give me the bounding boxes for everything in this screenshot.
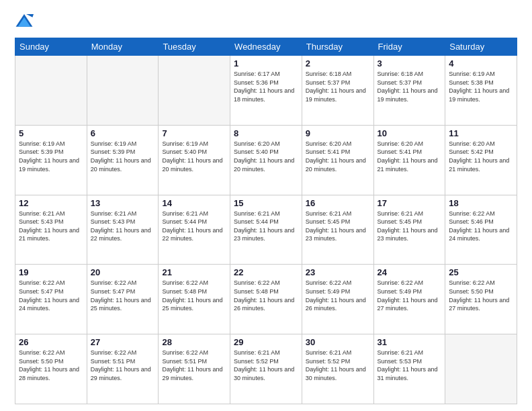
- week-row-5: 26Sunrise: 6:22 AM Sunset: 5:50 PM Dayli…: [15, 334, 517, 404]
- day-info: Sunrise: 6:19 AM Sunset: 5:39 PM Dayligh…: [91, 140, 155, 173]
- weekday-header-monday: Monday: [87, 38, 159, 56]
- calendar-cell: 3Sunrise: 6:18 AM Sunset: 5:37 PM Daylig…: [373, 56, 445, 126]
- calendar-cell: 1Sunrise: 6:17 AM Sunset: 5:36 PM Daylig…: [230, 56, 302, 126]
- calendar-cell: 14Sunrise: 6:21 AM Sunset: 5:44 PM Dayli…: [159, 195, 230, 265]
- calendar-cell: [159, 56, 230, 126]
- day-number: 21: [162, 267, 226, 277]
- day-number: 18: [449, 198, 513, 208]
- calendar-cell: 6Sunrise: 6:19 AM Sunset: 5:39 PM Daylig…: [87, 125, 159, 195]
- day-info: Sunrise: 6:20 AM Sunset: 5:42 PM Dayligh…: [449, 140, 513, 173]
- day-info: Sunrise: 6:21 AM Sunset: 5:52 PM Dayligh…: [234, 349, 298, 382]
- day-info: Sunrise: 6:18 AM Sunset: 5:37 PM Dayligh…: [306, 70, 370, 103]
- weekday-header-tuesday: Tuesday: [159, 38, 230, 56]
- calendar-cell: 21Sunrise: 6:22 AM Sunset: 5:48 PM Dayli…: [159, 265, 230, 334]
- week-row-2: 5Sunrise: 6:19 AM Sunset: 5:39 PM Daylig…: [15, 125, 517, 195]
- calendar: SundayMondayTuesdayWednesdayThursdayFrid…: [15, 38, 517, 404]
- day-info: Sunrise: 6:22 AM Sunset: 5:51 PM Dayligh…: [162, 349, 226, 382]
- day-info: Sunrise: 6:22 AM Sunset: 5:50 PM Dayligh…: [449, 279, 513, 312]
- day-number: 31: [378, 337, 442, 347]
- day-info: Sunrise: 6:19 AM Sunset: 5:40 PM Dayligh…: [162, 140, 226, 173]
- day-info: Sunrise: 6:21 AM Sunset: 5:53 PM Dayligh…: [378, 349, 442, 382]
- calendar-cell: 30Sunrise: 6:21 AM Sunset: 5:52 PM Dayli…: [302, 334, 373, 404]
- day-number: 10: [378, 128, 442, 138]
- calendar-cell: 24Sunrise: 6:22 AM Sunset: 5:49 PM Dayli…: [373, 265, 445, 334]
- calendar-cell: 4Sunrise: 6:19 AM Sunset: 5:38 PM Daylig…: [445, 56, 517, 126]
- calendar-cell: 17Sunrise: 6:21 AM Sunset: 5:45 PM Dayli…: [373, 195, 445, 265]
- weekday-header-friday: Friday: [373, 38, 445, 56]
- day-number: 9: [306, 128, 370, 138]
- weekday-header-wednesday: Wednesday: [230, 38, 302, 56]
- calendar-cell: 18Sunrise: 6:22 AM Sunset: 5:46 PM Dayli…: [445, 195, 517, 265]
- calendar-cell: 29Sunrise: 6:21 AM Sunset: 5:52 PM Dayli…: [230, 334, 302, 404]
- day-info: Sunrise: 6:20 AM Sunset: 5:41 PM Dayligh…: [306, 140, 370, 173]
- day-number: 13: [91, 198, 155, 208]
- calendar-cell: 2Sunrise: 6:18 AM Sunset: 5:37 PM Daylig…: [302, 56, 373, 126]
- week-row-3: 12Sunrise: 6:21 AM Sunset: 5:43 PM Dayli…: [15, 195, 517, 265]
- calendar-cell: 13Sunrise: 6:21 AM Sunset: 5:43 PM Dayli…: [87, 195, 159, 265]
- day-info: Sunrise: 6:21 AM Sunset: 5:45 PM Dayligh…: [306, 210, 370, 243]
- day-number: 22: [234, 267, 298, 277]
- calendar-cell: 23Sunrise: 6:22 AM Sunset: 5:49 PM Dayli…: [302, 265, 373, 334]
- weekday-header-sunday: Sunday: [15, 38, 87, 56]
- day-number: 30: [306, 337, 370, 347]
- calendar-cell: 27Sunrise: 6:22 AM Sunset: 5:51 PM Dayli…: [87, 334, 159, 404]
- day-number: 7: [162, 128, 226, 138]
- day-number: 28: [162, 337, 226, 347]
- day-number: 19: [19, 267, 83, 277]
- week-row-1: 1Sunrise: 6:17 AM Sunset: 5:36 PM Daylig…: [15, 56, 517, 126]
- calendar-cell: [87, 56, 159, 126]
- day-info: Sunrise: 6:21 AM Sunset: 5:45 PM Dayligh…: [378, 210, 442, 243]
- calendar-cell: 12Sunrise: 6:21 AM Sunset: 5:43 PM Dayli…: [15, 195, 87, 265]
- day-number: 15: [234, 198, 298, 208]
- day-number: 25: [449, 267, 513, 277]
- page: SundayMondayTuesdayWednesdayThursdayFrid…: [0, 0, 532, 411]
- weekday-header-row: SundayMondayTuesdayWednesdayThursdayFrid…: [15, 38, 517, 56]
- day-info: Sunrise: 6:19 AM Sunset: 5:38 PM Dayligh…: [449, 70, 513, 103]
- calendar-cell: 25Sunrise: 6:22 AM Sunset: 5:50 PM Dayli…: [445, 265, 517, 334]
- header: [15, 12, 517, 31]
- calendar-cell: 9Sunrise: 6:20 AM Sunset: 5:41 PM Daylig…: [302, 125, 373, 195]
- calendar-cell: 7Sunrise: 6:19 AM Sunset: 5:40 PM Daylig…: [159, 125, 230, 195]
- logo-icon: [15, 12, 34, 31]
- day-number: 12: [19, 198, 83, 208]
- day-number: 6: [91, 128, 155, 138]
- day-number: 27: [91, 337, 155, 347]
- day-number: 29: [234, 337, 298, 347]
- day-info: Sunrise: 6:22 AM Sunset: 5:49 PM Dayligh…: [306, 279, 370, 312]
- day-info: Sunrise: 6:22 AM Sunset: 5:46 PM Dayligh…: [449, 210, 513, 243]
- day-number: 26: [19, 337, 83, 347]
- day-number: 3: [378, 58, 442, 68]
- day-number: 5: [19, 128, 83, 138]
- calendar-cell: 5Sunrise: 6:19 AM Sunset: 5:39 PM Daylig…: [15, 125, 87, 195]
- day-number: 20: [91, 267, 155, 277]
- day-info: Sunrise: 6:22 AM Sunset: 5:47 PM Dayligh…: [91, 279, 155, 312]
- day-info: Sunrise: 6:22 AM Sunset: 5:48 PM Dayligh…: [234, 279, 298, 312]
- calendar-cell: 20Sunrise: 6:22 AM Sunset: 5:47 PM Dayli…: [87, 265, 159, 334]
- day-info: Sunrise: 6:21 AM Sunset: 5:44 PM Dayligh…: [162, 210, 226, 243]
- day-info: Sunrise: 6:22 AM Sunset: 5:50 PM Dayligh…: [19, 349, 83, 382]
- day-number: 2: [306, 58, 370, 68]
- day-info: Sunrise: 6:21 AM Sunset: 5:52 PM Dayligh…: [306, 349, 370, 382]
- calendar-cell: 26Sunrise: 6:22 AM Sunset: 5:50 PM Dayli…: [15, 334, 87, 404]
- day-info: Sunrise: 6:20 AM Sunset: 5:41 PM Dayligh…: [378, 140, 442, 173]
- calendar-cell: 15Sunrise: 6:21 AM Sunset: 5:44 PM Dayli…: [230, 195, 302, 265]
- logo: [15, 12, 36, 31]
- day-info: Sunrise: 6:22 AM Sunset: 5:49 PM Dayligh…: [378, 279, 442, 312]
- calendar-cell: 31Sunrise: 6:21 AM Sunset: 5:53 PM Dayli…: [373, 334, 445, 404]
- week-row-4: 19Sunrise: 6:22 AM Sunset: 5:47 PM Dayli…: [15, 265, 517, 334]
- day-info: Sunrise: 6:19 AM Sunset: 5:39 PM Dayligh…: [19, 140, 83, 173]
- day-info: Sunrise: 6:22 AM Sunset: 5:51 PM Dayligh…: [91, 349, 155, 382]
- day-info: Sunrise: 6:21 AM Sunset: 5:43 PM Dayligh…: [91, 210, 155, 243]
- calendar-cell: 10Sunrise: 6:20 AM Sunset: 5:41 PM Dayli…: [373, 125, 445, 195]
- day-number: 1: [234, 58, 298, 68]
- day-number: 23: [306, 267, 370, 277]
- day-number: 8: [234, 128, 298, 138]
- calendar-cell: 28Sunrise: 6:22 AM Sunset: 5:51 PM Dayli…: [159, 334, 230, 404]
- day-number: 11: [449, 128, 513, 138]
- calendar-cell: 11Sunrise: 6:20 AM Sunset: 5:42 PM Dayli…: [445, 125, 517, 195]
- weekday-header-thursday: Thursday: [302, 38, 373, 56]
- day-info: Sunrise: 6:21 AM Sunset: 5:43 PM Dayligh…: [19, 210, 83, 243]
- calendar-cell: [445, 334, 517, 404]
- weekday-header-saturday: Saturday: [445, 38, 517, 56]
- calendar-cell: [15, 56, 87, 126]
